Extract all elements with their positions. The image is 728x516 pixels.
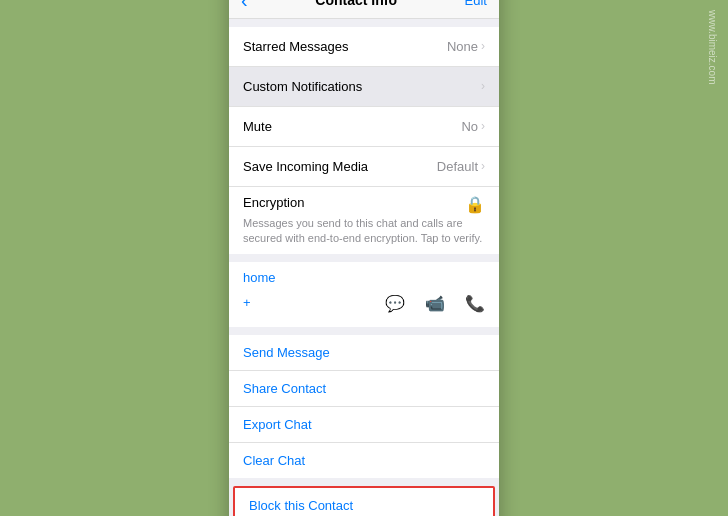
encryption-title-text: Encryption: [243, 195, 304, 210]
encryption-desc: Messages you send to this chat and calls…: [243, 216, 485, 247]
contact-section: home + 💬 📹 📞: [229, 262, 499, 327]
clear-chat-label: Clear Chat: [243, 453, 305, 468]
chevron-icon-4: ›: [481, 159, 485, 173]
page-title: Contact Info: [315, 0, 397, 8]
custom-notifications-value: ›: [481, 79, 485, 93]
block-contact-label: Block this Contact: [249, 498, 353, 513]
clear-chat-row[interactable]: Clear Chat: [229, 443, 499, 478]
save-media-label: Save Incoming Media: [243, 159, 368, 174]
watermark-text: www.bimeiz.com: [707, 10, 718, 84]
chat-icon[interactable]: 💬: [385, 294, 405, 313]
export-chat-label: Export Chat: [243, 417, 312, 432]
encryption-row[interactable]: Encryption 🔒 Messages you send to this c…: [229, 187, 499, 255]
lock-icon: 🔒: [465, 195, 485, 214]
save-media-row[interactable]: Save Incoming Media Default ›: [229, 147, 499, 187]
edit-button[interactable]: Edit: [465, 0, 487, 8]
chevron-icon-2: ›: [481, 79, 485, 93]
custom-notifications-row[interactable]: Custom Notifications ›: [229, 67, 499, 107]
send-message-row[interactable]: Send Message: [229, 335, 499, 371]
settings-section: Starred Messages None › Custom Notificat…: [229, 27, 499, 255]
content-area: Starred Messages None › Custom Notificat…: [229, 19, 499, 516]
starred-messages-label: Starred Messages: [243, 39, 349, 54]
actions-section: Send Message Share Contact Export Chat C…: [229, 335, 499, 478]
encryption-title-container: Encryption 🔒: [243, 195, 485, 214]
starred-messages-text: None: [447, 39, 478, 54]
starred-messages-value: None ›: [447, 39, 485, 54]
phone-icon[interactable]: 📞: [465, 294, 485, 313]
export-chat-row[interactable]: Export Chat: [229, 407, 499, 443]
back-button[interactable]: ‹: [241, 0, 248, 12]
phone-frame: ●●●○○ ●●●○○ TELEKOM.RO ≈ 17:57 15% ▌ ‹ C…: [229, 0, 499, 516]
save-media-value: Default ›: [437, 159, 485, 174]
mute-label: Mute: [243, 119, 272, 134]
send-message-label: Send Message: [243, 345, 330, 360]
starred-messages-row[interactable]: Starred Messages None ›: [229, 27, 499, 67]
share-contact-label: Share Contact: [243, 381, 326, 396]
contact-name[interactable]: home: [243, 270, 485, 285]
chevron-icon-1: ›: [481, 39, 485, 53]
chevron-icon-3: ›: [481, 119, 485, 133]
save-media-text: Default: [437, 159, 478, 174]
share-contact-row[interactable]: Share Contact: [229, 371, 499, 407]
block-section: Block this Contact: [233, 486, 495, 516]
video-icon[interactable]: 📹: [425, 294, 445, 313]
mute-value: No ›: [461, 119, 485, 134]
mute-row[interactable]: Mute No ›: [229, 107, 499, 147]
mute-text: No: [461, 119, 478, 134]
site-watermark: www.bimeiz.com: [707, 10, 718, 84]
custom-notifications-label: Custom Notifications: [243, 79, 362, 94]
contact-icons: 💬 📹 📞: [385, 288, 485, 319]
contact-extra: +: [243, 295, 251, 310]
nav-bar: ‹ Contact Info Edit: [229, 0, 499, 19]
block-contact-row[interactable]: Block this Contact: [235, 488, 493, 516]
